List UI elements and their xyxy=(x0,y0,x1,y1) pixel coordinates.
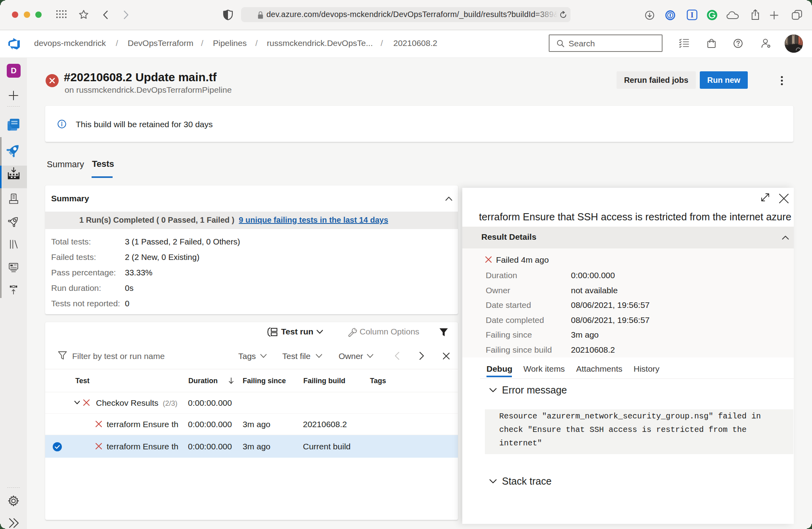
svg-text:I: I xyxy=(691,11,693,19)
